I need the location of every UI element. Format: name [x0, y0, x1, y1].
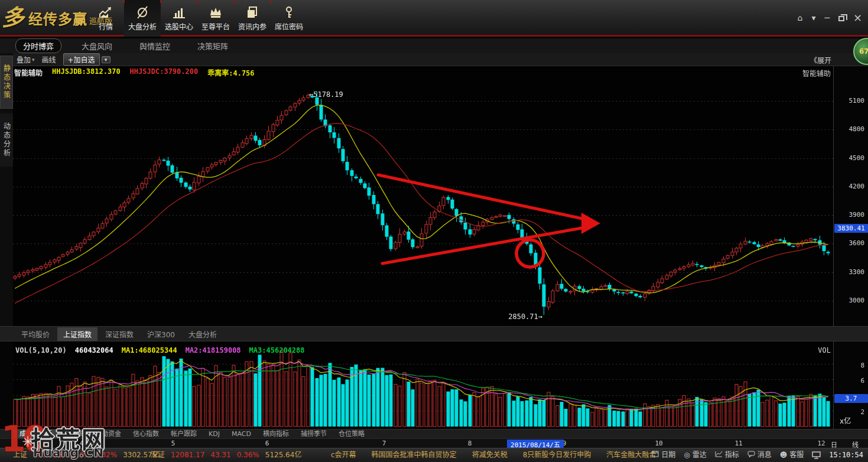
nav-separator — [123, 0, 125, 3]
tab-分时博弈[interactable]: 分时博弈 — [15, 38, 61, 53]
sidebar-item-静态决策[interactable]: 静态决策 — [0, 56, 13, 109]
last-price-tag: 3830.41 — [834, 224, 868, 233]
expand-button[interactable]: 《展开 — [810, 55, 831, 65]
window-controls: ⌂▾─× — [798, 13, 862, 22]
indicator-tab-帐户跟踪[interactable]: 帐户跟踪 — [165, 430, 202, 438]
volume-chart-canvas[interactable] — [13, 341, 833, 429]
volume-corner-label: VOL — [818, 346, 831, 354]
index-value: 12081.17 — [171, 448, 204, 462]
titlebar: 多 经传多赢 巡航版 行情大盘分析选股中心至尊平台资讯内参席位密码 ⌂▾─× — [0, 0, 868, 37]
tab-舆情监控[interactable]: 舆情监控 — [132, 39, 177, 53]
nav-item-documents[interactable]: 资讯内参 — [234, 0, 271, 37]
volume-tag: 3.7 — [834, 394, 868, 403]
indicator-tab-仓位策略[interactable]: 仓位策略 — [333, 430, 370, 438]
nav-item-bar-chart[interactable]: 选股中心 — [161, 0, 197, 37]
indicator-tab-成交量指标[interactable]: 成交量指标 — [14, 430, 57, 438]
news-item[interactable]: c会开幕 — [331, 448, 356, 462]
statusbar-tool-客服[interactable]: ☻客服 — [780, 448, 804, 462]
main-chart-canvas[interactable] — [13, 66, 833, 326]
index-tab-沪深300[interactable]: 沪深300 — [141, 327, 181, 341]
main-chart-pane: 智能辅助HHJSJDB:3812.370HHJSJDC:3790.200乖离率:… — [13, 66, 833, 326]
x-axis-strip: 4567891011122015/08/14/五日线 — [0, 438, 868, 448]
indicator-tab-MACD[interactable]: MACD — [226, 430, 256, 438]
compass-icon — [135, 5, 149, 19]
tool-label: 雷达 — [693, 448, 707, 462]
trend-chart-icon — [99, 5, 113, 19]
volume-tick-label: 2 — [860, 408, 864, 416]
index-tab-上证指数[interactable]: 上证指数 — [57, 327, 97, 341]
news-ticker: c会开幕韩国国会批准中韩自贸协定将减免关税8只新股今日发行申购汽车金融大融合汽车… — [331, 448, 659, 462]
news-item[interactable]: 将减免关税 — [472, 448, 508, 462]
score-badge-value: 67 — [859, 47, 868, 56]
sidebar-item-动态分析[interactable]: 动态分析 — [0, 113, 13, 167]
news-item[interactable]: 汽车金融大融合 — [606, 448, 656, 462]
news-item[interactable]: 8只新股今日发行申购 — [523, 448, 591, 462]
index-value: 11.03 — [69, 448, 89, 462]
crown-icon — [209, 5, 223, 19]
index-value: 43.31 — [210, 448, 230, 462]
home-button[interactable]: ⌂ — [798, 13, 803, 22]
tab-决策矩阵[interactable]: 决策矩阵 — [190, 39, 235, 53]
indicator-tab-市净率[interactable]: 市净率 — [58, 430, 89, 438]
draw-line-button[interactable]: 画线 — [42, 54, 56, 64]
index-tab-大盘分析[interactable]: 大盘分析 — [183, 327, 223, 341]
price-tick-label: 3900 — [849, 211, 865, 219]
nav-item-crown[interactable]: 至尊平台 — [197, 0, 234, 37]
price-tick-label: 3000 — [849, 297, 865, 304]
statusbar-tool-指标[interactable]: 指标 — [715, 448, 739, 462]
month-label-12: 12 — [817, 440, 825, 447]
month-label-5: 5 — [171, 440, 175, 447]
status-bar: 上证3434.5811.030.32%3302.57亿深证12081.1743.… — [0, 448, 868, 462]
collapse-button[interactable]: ▾ — [811, 13, 815, 22]
tool-label: 客服 — [789, 448, 804, 462]
indicator-tab-横向指标[interactable]: 横向指标 — [258, 430, 294, 438]
nav-separator — [160, 0, 161, 3]
minimize-button[interactable]: ─ — [824, 13, 829, 22]
index-sub-tabs: 平均股价上证指数深证指数沪深300大盘分析 — [0, 326, 868, 341]
statusbar-tool-日期[interactable]: 日期 — [652, 448, 675, 462]
documents-icon — [245, 5, 259, 19]
close-button[interactable]: × — [853, 13, 862, 22]
nav-item-label: 至尊平台 — [201, 21, 230, 31]
monitor-icon[interactable] — [812, 451, 821, 459]
nav-item-label: 资讯内参 — [238, 21, 266, 31]
price-tick-label: 4800 — [849, 125, 865, 133]
nav-item-key[interactable]: 席位密码 — [271, 0, 307, 37]
index-tab-深证指数[interactable]: 深证指数 — [99, 327, 139, 341]
news-item[interactable]: 韩国国会批准中韩自贸协定 — [372, 448, 457, 462]
nav-item-compass[interactable]: 大盘分析 — [124, 0, 161, 37]
index-value: 0.32% — [95, 448, 117, 462]
month-label-11: 11 — [734, 440, 742, 447]
volume-axis: 86423.7x亿 — [833, 341, 868, 429]
nav-item-label: 席位密码 — [275, 21, 303, 31]
volume-tick-label: 6 — [860, 377, 864, 385]
restore-button[interactable] — [838, 16, 844, 21]
statusbar-tool-消息[interactable]: 消息 — [747, 448, 772, 462]
index-tab-平均股价[interactable]: 平均股价 — [15, 327, 56, 341]
nav-item-trend-chart[interactable]: 行情 — [87, 0, 124, 37]
clock: 15:10:54 — [829, 448, 863, 462]
overlay-button[interactable]: 叠加 ▾ — [17, 54, 35, 64]
indicator-value-label: HHJSJDC:3790.200 — [130, 67, 199, 77]
nav-separator — [233, 0, 235, 3]
nav-item-label: 选股中心 — [165, 21, 193, 31]
index-name[interactable]: 上证 — [13, 448, 27, 462]
service-icon: ☻ — [780, 448, 788, 462]
volume-unit-label: x亿 — [840, 415, 851, 425]
tool-label: 消息 — [758, 448, 772, 462]
price-tick-label: 5100 — [849, 97, 865, 105]
statusbar-tools: 日期◎雷达指标消息☻客服15:10:54 — [652, 448, 863, 462]
add-watchlist-dropdown[interactable]: ▾ — [102, 56, 110, 63]
indicator-tab-捕捞季节[interactable]: 捕捞季节 — [295, 430, 332, 438]
index-name[interactable]: 深证 — [151, 448, 165, 462]
indicator-tab-流动资金[interactable]: 流动资金 — [90, 430, 126, 438]
logo-glyph-icon: 多 — [0, 4, 30, 32]
indicator-tab-信心指数[interactable]: 信心指数 — [128, 430, 164, 438]
add-to-watchlist-button[interactable]: +加自选 — [63, 53, 100, 66]
tab-大盘风向[interactable]: 大盘风向 — [74, 39, 119, 53]
statusbar-tool-雷达[interactable]: ◎雷达 — [684, 448, 707, 462]
chart-toolbar: 叠加 ▾ 画线 +加自选 ▾ 《展开 — [13, 53, 868, 66]
bar-chart-icon — [172, 5, 186, 19]
indicator-tab-KDJ[interactable]: KDJ — [203, 430, 225, 438]
index-value: 3434.58 — [33, 448, 63, 462]
